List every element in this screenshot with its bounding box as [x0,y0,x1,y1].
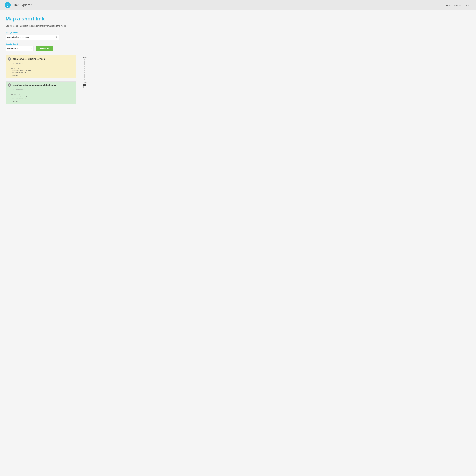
timeline-ms-0: 0 ms [83,56,86,58]
card-1-headers-toggle[interactable]: ⌄ Headers [10,75,74,76]
link-input-wrapper: ⛓ [6,35,59,40]
card-2-cookies-label: Cookies : 0 [10,94,74,95]
header-nav: FAQ SIGN UP LOG IN [446,4,471,6]
flag-icon: 🏴 [83,84,87,88]
timeline: 0 ms 2 ms 🏴 [80,55,89,88]
card-2-details: Cookies : 0 staticxx.facebook.com traded… [6,92,76,104]
page-heading: Map a short link [6,16,470,22]
link-label: Type your Link [6,32,470,34]
card-1-cookies-label: Cookies: 2 [10,68,74,69]
chevron-down-small-icon: ⌄ [10,75,11,76]
nav-login[interactable]: LOG IN [465,4,471,6]
card-2-headers-toggle[interactable]: ⌄ Headers [10,101,74,102]
card-2-header: 2 http://www.etsy.com/shop/camelotcollec… [6,82,76,88]
link-chain-icon: ⛓ [55,36,57,38]
country-select-wrapper: United States ▼ [6,46,34,51]
card-2-cookie-2: tradedoubler.com [10,98,74,100]
dash-2 [85,61,85,62]
logo-circle: g [5,2,11,8]
results-cards: 1 http://camelotcollective.etsy.com 301 … [6,55,76,104]
dash-4 [85,64,85,66]
card-2-status: 200 SUCCESS [6,88,76,92]
dash-12 [85,79,85,80]
card-1-status: 301 REDIRECT [6,62,76,66]
step-badge-1: 1 [8,57,11,61]
dash-10 [85,75,85,77]
card-2-url: http://www.etsy.com/shop/camelotcollecti… [13,84,56,86]
card-1-header: 1 http://camelotcollective.etsy.com [6,55,76,62]
dash-1 [85,59,85,60]
results-area: 1 http://camelotcollective.etsy.com 301 … [6,55,89,104]
dash-8 [85,72,85,73]
card-2-cookie-1: staticxx.facebook.com [10,96,74,98]
card-1-cookie-2: tradedoubler.com [10,72,74,74]
dash-6 [85,68,85,69]
timeline-dashes [85,59,85,80]
main-content: Map a short link See where an intelligen… [0,10,476,476]
step-badge-2: 2 [8,84,11,87]
dash-7 [85,70,85,71]
card-1-cookie-1: staticxx.facebook.com [10,70,74,72]
header: g Link Explorer FAQ SIGN UP LOG IN [0,0,476,10]
link-input[interactable] [6,35,59,40]
chevron-down-small-icon-2: ⌄ [10,101,11,102]
app-title: Link Explorer [13,3,32,7]
header-left: g Link Explorer [5,2,32,8]
result-card-1: 1 http://camelotcollective.etsy.com 301 … [6,55,76,78]
country-row: United States ▼ Resubmit [6,46,470,51]
card-1-details: Cookies: 2 staticxx.facebook.com tradedo… [6,66,76,78]
result-card-2: 2 http://www.etsy.com/shop/camelotcollec… [6,82,76,104]
dash-3 [85,62,85,64]
resubmit-button[interactable]: Resubmit [36,46,53,51]
dash-5 [85,66,85,67]
dash-9 [85,74,85,75]
dash-11 [85,77,85,78]
page-description: See where an intelligent link sends visi… [6,24,68,28]
timeline-ms-2: 2 ms [83,81,86,83]
country-label: Select a Country [6,43,470,45]
logo-letter: g [7,3,9,7]
nav-faq[interactable]: FAQ [446,4,450,6]
card-1-url: http://camelotcollective.etsy.com [13,58,45,60]
nav-signup[interactable]: SIGN UP [454,4,461,6]
country-select[interactable]: United States [6,46,34,51]
